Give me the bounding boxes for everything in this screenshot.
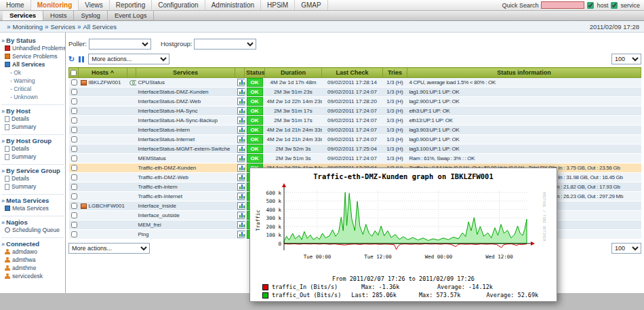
menu-item-hpsim[interactable]: HPSiM (261, 0, 295, 10)
service-graph-icon[interactable] (237, 88, 245, 96)
tab-hosts[interactable]: Hosts (43, 11, 74, 20)
service-graph-icon[interactable] (237, 221, 245, 229)
sidebar-item-ok[interactable]: Ok (1, 69, 64, 77)
sidebar-item-unhandled-problems[interactable]: Unhandled Problems (1, 44, 64, 52)
hosts-header[interactable]: Hosts ^ (79, 68, 127, 78)
sidebar-item-all-services[interactable]: All Services (1, 60, 64, 69)
tries-header[interactable]: Tries (383, 68, 407, 78)
page-size-select-bottom[interactable]: 100 (611, 243, 641, 254)
host-checkbox[interactable] (587, 2, 594, 9)
sidebar-item-summary[interactable]: Summary (1, 153, 64, 161)
row-checkbox[interactable] (71, 155, 77, 161)
service-graph-icon[interactable] (237, 212, 245, 219)
service-name[interactable]: Traffic-eth-Internet (138, 193, 182, 199)
sidebar-item-details[interactable]: Details (1, 115, 64, 123)
service-name[interactable]: Interface_outside (138, 212, 180, 218)
host-name[interactable]: IBKLZFW001 (89, 79, 121, 85)
row-checkbox[interactable] (71, 79, 77, 85)
breadcrumb-monitoring[interactable]: Monitoring (13, 23, 43, 31)
row-checkbox[interactable] (71, 117, 77, 123)
service-name[interactable]: MEM_frei (138, 222, 161, 228)
quick-search-input[interactable] (541, 1, 584, 9)
row-checkbox[interactable] (71, 212, 77, 218)
menu-item-configuration[interactable]: Configuration (152, 0, 205, 10)
row-checkbox[interactable] (71, 89, 77, 95)
service-graph-icon[interactable] (237, 145, 245, 153)
select-all-checkbox[interactable] (71, 70, 77, 76)
pause-icon[interactable] (79, 56, 84, 62)
more-actions-select[interactable]: More actions... (88, 54, 169, 64)
menu-item-gmap[interactable]: GMAP (295, 0, 327, 10)
sidebar-item-servicedesk[interactable]: servicedesk (1, 272, 64, 280)
poller-select[interactable] (89, 39, 151, 50)
row-checkbox[interactable] (71, 146, 77, 152)
tab-services[interactable]: Services (3, 11, 43, 20)
service-graph-icon[interactable] (237, 107, 245, 115)
sidebar-item-admdawo[interactable]: admdawo (1, 248, 64, 256)
row-checkbox[interactable] (71, 108, 77, 114)
host-name[interactable]: LGBCHFW001 (89, 203, 125, 209)
service-graph-icon[interactable] (237, 155, 245, 162)
link-icon[interactable] (129, 79, 136, 85)
service-graph-icon[interactable] (237, 79, 245, 86)
service-name[interactable]: CPUStatus (138, 79, 165, 85)
menu-item-monitoring[interactable]: Monitoring (31, 0, 79, 10)
row-checkbox[interactable] (71, 136, 77, 142)
service-name[interactable]: InterfaceStatus-Internet (138, 136, 195, 142)
service-graph-icon[interactable] (237, 231, 245, 238)
tab-syslog[interactable]: Syslog (74, 11, 108, 20)
breadcrumb-services[interactable]: Services (50, 23, 75, 31)
sidebar-item-details[interactable]: Details (1, 174, 64, 182)
menu-item-administration[interactable]: Administration (205, 0, 261, 10)
row-checkbox[interactable] (71, 174, 77, 180)
sidebar-item-warning[interactable]: Warning (1, 77, 64, 85)
row-checkbox[interactable] (71, 231, 77, 237)
last-check-header[interactable]: Last Check (322, 68, 383, 78)
tab-event-logs[interactable]: Event Logs (108, 11, 155, 20)
status-header[interactable]: Status (245, 68, 265, 78)
sidebar-item-admthme[interactable]: admthme (1, 264, 64, 272)
sidebar-item-admthwa[interactable]: admthwa (1, 256, 64, 264)
service-name[interactable]: InterfaceStatus-HA-Sync (138, 108, 198, 114)
row-checkbox[interactable] (71, 184, 77, 190)
status-information-header[interactable]: Status information (407, 68, 641, 78)
service-graph-icon[interactable] (237, 126, 245, 134)
duration-header[interactable]: Duration (265, 68, 322, 78)
row-checkbox[interactable] (71, 193, 77, 199)
sidebar-item-service-problems[interactable]: Service Problems (1, 52, 64, 60)
menu-item-home[interactable]: Home (0, 0, 31, 10)
service-name[interactable]: Traffic-eth-DMZ-Kunden (138, 165, 197, 171)
service-name[interactable]: Ping (138, 231, 149, 237)
service-name[interactable]: InterfaceStatus-HA-Sync-Backup (138, 117, 218, 123)
row-checkbox[interactable] (71, 98, 77, 104)
row-checkbox[interactable] (71, 203, 77, 209)
service-name[interactable]: MEMStatus (138, 155, 166, 161)
breadcrumb-all-services[interactable]: All Services (83, 23, 117, 31)
service-graph-icon[interactable] (237, 136, 245, 143)
sidebar-item-scheduling-queue[interactable]: Scheduling Queue (1, 226, 64, 234)
menu-item-reporting[interactable]: Reporting (110, 0, 152, 10)
service-name[interactable]: InterfaceStatus-DMZ-Kunden (138, 89, 209, 95)
service-graph-icon[interactable] (237, 174, 245, 181)
service-graph-icon[interactable] (237, 202, 245, 210)
service-checkbox[interactable] (611, 2, 618, 9)
service-name[interactable]: InterfaceStatus-DMZ-Web (138, 98, 201, 104)
page-size-select[interactable]: 100 (611, 54, 641, 64)
sidebar-item-unknown[interactable]: Unknown (1, 93, 64, 101)
sidebar-item-summary[interactable]: Summary (1, 123, 64, 131)
service-graph-icon[interactable] (237, 193, 245, 200)
service-graph-icon[interactable] (237, 164, 245, 172)
row-checkbox[interactable] (71, 127, 77, 133)
service-graph-icon[interactable] (237, 117, 245, 124)
service-name[interactable]: Interface_inside (138, 203, 176, 209)
sidebar-item-summary[interactable]: Summary (1, 182, 64, 191)
hostgroup-select[interactable] (194, 39, 256, 50)
row-checkbox[interactable] (71, 222, 77, 228)
more-actions-select-bottom[interactable]: More actions... (68, 243, 150, 254)
refresh-icon[interactable]: ↻ (68, 55, 75, 63)
sidebar-item-details[interactable]: Details (1, 144, 64, 153)
service-graph-icon[interactable] (237, 98, 245, 105)
service-name[interactable]: Traffic-eth-DMZ-Web (138, 174, 189, 180)
services-header[interactable]: Services (136, 68, 235, 78)
service-name[interactable]: InterfaceStatus-intern (138, 127, 190, 133)
